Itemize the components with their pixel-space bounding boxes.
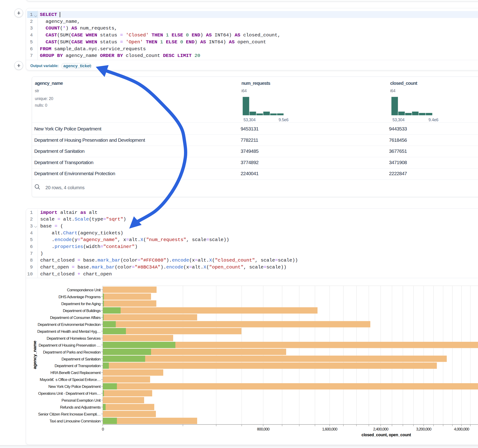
svg-text:Department of Sanitation: Department of Sanitation (62, 357, 101, 361)
svg-text:closed_count, open_count: closed_count, open_count (362, 433, 411, 437)
svg-text:Department of Buildings: Department of Buildings (63, 309, 101, 313)
svg-text:Department of Parks and Recrea: Department of Parks and Recreation (43, 350, 101, 355)
svg-text:800,000: 800,000 (257, 427, 270, 431)
svg-text:DHS Advantage Programs: DHS Advantage Programs (59, 295, 101, 299)
svg-text:agency_name: agency_name (32, 341, 37, 369)
svg-text:Mayorâ€ s Office of Special E: Mayorâ€ s Office of Special Enforce… (40, 378, 101, 382)
svg-text:3,200,000: 3,200,000 (416, 427, 431, 431)
svg-text:Refunds and Adjustments: Refunds and Adjustments (60, 405, 101, 410)
svg-text:Senior Citizen Rent Increase E: Senior Citizen Rent Increase Exempti… (38, 412, 101, 417)
svg-text:Department of Housing Preserva: Department of Housing Preservation … (38, 343, 101, 348)
svg-text:Operations Unit - Department o: Operations Unit - Department of Hom… (38, 391, 101, 396)
svg-text:Department for the Aging: Department for the Aging (61, 302, 101, 306)
svg-text:Department of Consumer Affairs: Department of Consumer Affairs (50, 316, 101, 320)
svg-text:Department of Transportation: Department of Transportation (55, 364, 101, 368)
svg-text:New York City Police Departmen: New York City Police Department (48, 384, 101, 389)
svg-text:9.4e6: 9.4e6 (428, 118, 438, 122)
svg-text:4,000,000: 4,000,000 (454, 427, 469, 431)
svg-text:Department of Homeless Service: Department of Homeless Services (47, 336, 101, 341)
svg-text:9.5e6: 9.5e6 (278, 118, 289, 122)
svg-text:1,600,000: 1,600,000 (322, 427, 337, 431)
svg-text:Personal Exemption Unit: Personal Exemption Unit (62, 398, 101, 403)
svg-text:53,304: 53,304 (244, 118, 256, 122)
svg-text:0: 0 (102, 427, 104, 431)
svg-text:Taxi and Limousine Commission: Taxi and Limousine Commission (50, 419, 101, 423)
svg-text:Department of Environmental Pr: Department of Environmental Protection (38, 322, 101, 327)
svg-text:53,304: 53,304 (392, 118, 405, 122)
svg-text:HRA Benefit Card Replacement: HRA Benefit Card Replacement (50, 371, 101, 375)
svg-text:2,400,000: 2,400,000 (373, 427, 388, 431)
svg-text:Correspondence Unit: Correspondence Unit (67, 288, 101, 292)
svg-text:Department of Health and Menta: Department of Health and Mental Hyg… (37, 329, 101, 334)
